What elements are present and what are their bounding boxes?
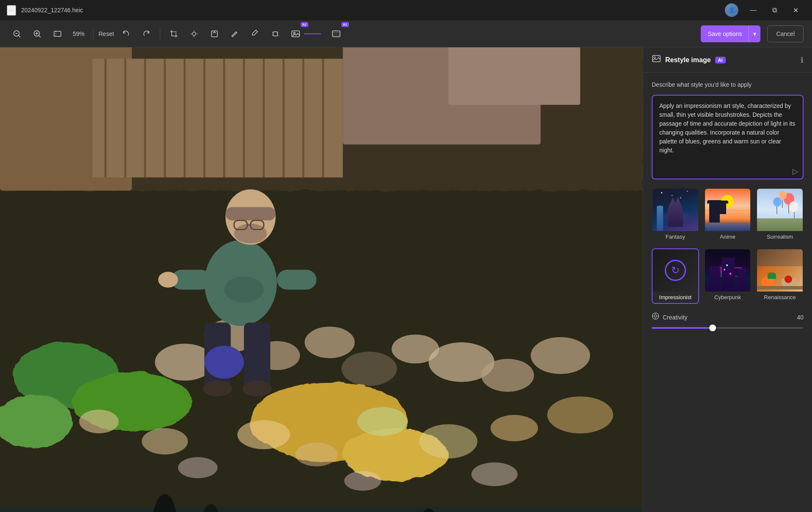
svg-rect-28 bbox=[92, 59, 343, 178]
fit-button[interactable] bbox=[49, 25, 66, 42]
save-options-button[interactable]: Save options ▾ bbox=[701, 25, 760, 42]
separator-2 bbox=[160, 28, 160, 40]
fantasy-label: Fantasy bbox=[653, 231, 698, 242]
save-options-arrow-icon[interactable]: ▾ bbox=[749, 25, 760, 42]
svg-point-57 bbox=[481, 359, 534, 392]
svg-point-87 bbox=[203, 381, 232, 396]
surrealism-label: Surrealism bbox=[757, 231, 803, 242]
save-options-label: Save options bbox=[701, 30, 749, 37]
impressionist-label: Impressionist bbox=[653, 292, 698, 303]
ai-badge-2: AI bbox=[341, 22, 349, 27]
minimize-button[interactable]: — bbox=[743, 3, 763, 17]
back-button[interactable]: ← bbox=[7, 5, 16, 16]
creativity-icon bbox=[652, 312, 659, 322]
anime-preview bbox=[705, 189, 751, 231]
remove-bg-wrap: AI bbox=[328, 25, 345, 42]
style-card-renaissance[interactable]: Renaissance bbox=[756, 248, 804, 304]
svg-line-6 bbox=[39, 35, 41, 37]
svg-point-91 bbox=[158, 272, 178, 287]
svg-point-61 bbox=[237, 420, 290, 449]
ai-image-button[interactable] bbox=[287, 25, 304, 42]
style-card-cyberpunk[interactable]: Cyberpunk bbox=[704, 248, 752, 304]
svg-rect-7 bbox=[54, 31, 61, 36]
zoom-level: 59% bbox=[69, 30, 88, 37]
panel-header-icon bbox=[652, 54, 661, 66]
separator-1 bbox=[93, 28, 93, 40]
panel-ai-badge: AI bbox=[715, 57, 726, 63]
creativity-label: Creativity bbox=[663, 314, 687, 321]
brightness-button[interactable] bbox=[186, 25, 203, 42]
svg-rect-79 bbox=[225, 207, 275, 220]
cancel-button[interactable]: Cancel bbox=[767, 25, 804, 42]
svg-point-92 bbox=[204, 346, 244, 379]
creativity-header: Creativity 40 bbox=[652, 312, 804, 322]
renaissance-label: Renaissance bbox=[757, 292, 803, 303]
style-card-fantasy[interactable]: Fantasy bbox=[652, 188, 699, 243]
svg-point-60 bbox=[142, 428, 188, 454]
svg-point-94 bbox=[654, 57, 656, 58]
svg-point-59 bbox=[79, 410, 119, 433]
creativity-section: Creativity 40 bbox=[643, 312, 812, 337]
svg-point-84 bbox=[224, 276, 264, 303]
svg-rect-86 bbox=[244, 322, 270, 388]
redo-button[interactable] bbox=[138, 25, 155, 42]
svg-point-96 bbox=[654, 315, 657, 317]
svg-point-9 bbox=[192, 32, 196, 36]
fantasy-preview bbox=[653, 189, 698, 231]
svg-point-66 bbox=[547, 396, 613, 433]
slider-thumb[interactable] bbox=[709, 325, 716, 331]
describe-label: Describe what style you'd like to apply bbox=[652, 81, 804, 88]
erase-button[interactable] bbox=[247, 25, 263, 42]
svg-point-53 bbox=[304, 327, 354, 358]
panel-header: Restyle image AI ℹ bbox=[643, 47, 812, 73]
style-input[interactable] bbox=[652, 95, 804, 179]
svg-line-2 bbox=[19, 35, 20, 37]
remove-bg-button[interactable] bbox=[328, 25, 345, 42]
style-grid: Fantasy A bbox=[652, 188, 804, 304]
titlebar: ← 20240922_122746.heic 👤 — ⧉ ✕ bbox=[0, 0, 812, 20]
svg-point-88 bbox=[243, 381, 272, 396]
send-button[interactable]: ▷ bbox=[793, 167, 798, 176]
svg-rect-70 bbox=[0, 507, 643, 512]
info-icon[interactable]: ℹ bbox=[801, 55, 804, 65]
panel-title: Restyle image bbox=[665, 56, 711, 64]
svg-point-58 bbox=[531, 337, 590, 374]
zoom-in-button[interactable] bbox=[29, 25, 46, 42]
style-card-anime[interactable]: Anime bbox=[704, 188, 752, 243]
sticker-button[interactable] bbox=[206, 25, 223, 42]
cyberpunk-label: Cyberpunk bbox=[705, 292, 751, 303]
draw-button[interactable] bbox=[226, 25, 243, 42]
cyberpunk-preview bbox=[705, 249, 751, 292]
svg-point-69 bbox=[472, 462, 518, 486]
canvas-area[interactable] bbox=[0, 47, 643, 512]
right-panel: Restyle image AI ℹ Describe what style y… bbox=[643, 47, 812, 512]
svg-point-65 bbox=[491, 415, 538, 441]
ai-image-wrap: AI bbox=[287, 25, 304, 42]
toolbar: 59% Reset bbox=[0, 20, 812, 47]
avatar[interactable]: 👤 bbox=[725, 3, 738, 17]
svg-rect-18 bbox=[332, 31, 340, 37]
textarea-wrapper: ▷ bbox=[652, 95, 804, 181]
panel-body: Describe what style you'd like to apply … bbox=[643, 73, 812, 312]
main-area: Restyle image AI ℹ Describe what style y… bbox=[0, 47, 812, 512]
impressionist-preview bbox=[653, 249, 698, 292]
svg-line-15 bbox=[236, 32, 237, 33]
restore-button[interactable]: ⧉ bbox=[765, 3, 784, 17]
slider-track bbox=[652, 327, 804, 329]
style-card-surrealism[interactable]: Surrealism bbox=[756, 188, 804, 243]
zoom-out-button[interactable] bbox=[8, 25, 25, 42]
svg-rect-90 bbox=[277, 270, 317, 290]
svg-point-68 bbox=[344, 471, 381, 491]
undo-button[interactable] bbox=[118, 25, 134, 42]
close-button[interactable]: ✕ bbox=[786, 3, 805, 17]
filename-label: 20240922_122746.heic bbox=[21, 7, 83, 14]
creativity-label-wrap: Creativity bbox=[652, 312, 687, 322]
renaissance-preview bbox=[757, 249, 803, 292]
svg-point-62 bbox=[295, 443, 337, 466]
crop-button[interactable] bbox=[165, 25, 182, 42]
style-card-impressionist[interactable]: Impressionist bbox=[652, 248, 699, 304]
svg-point-63 bbox=[357, 407, 407, 436]
reset-button[interactable]: Reset bbox=[99, 30, 114, 37]
filter-button[interactable] bbox=[267, 25, 284, 42]
anime-label: Anime bbox=[705, 231, 751, 242]
